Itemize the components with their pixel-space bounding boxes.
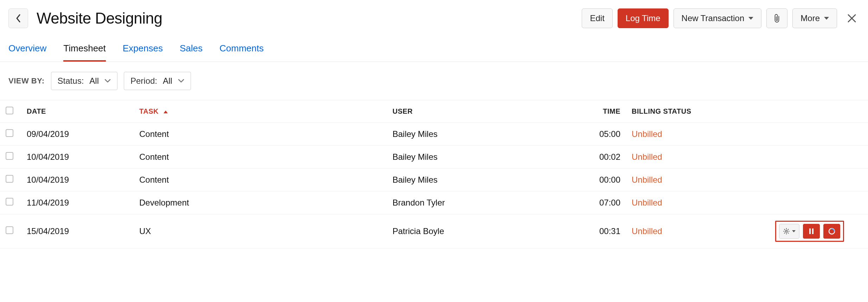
chevron-left-icon bbox=[15, 14, 21, 23]
billing-status: Unbilled bbox=[632, 175, 662, 184]
tab-sales[interactable]: Sales bbox=[180, 43, 203, 62]
chevron-down-icon bbox=[104, 79, 111, 83]
column-header-user[interactable]: USER bbox=[387, 100, 577, 123]
chevron-down-icon bbox=[178, 79, 184, 83]
column-header-actions bbox=[770, 100, 868, 123]
row-settings-button[interactable] bbox=[779, 224, 799, 239]
period-filter[interactable]: Period: All bbox=[124, 72, 191, 90]
more-label: More bbox=[800, 13, 820, 23]
cell-user: Bailey Miles bbox=[387, 146, 577, 169]
svg-point-0 bbox=[785, 230, 787, 232]
select-all-checkbox[interactable] bbox=[6, 107, 13, 114]
billing-status: Unbilled bbox=[632, 129, 662, 139]
timesheet-table: DATE TASK USER TIME BILLING STATUS 09/04… bbox=[0, 100, 868, 248]
back-button[interactable] bbox=[8, 8, 28, 28]
log-time-button[interactable]: Log Time bbox=[618, 8, 669, 28]
cell-date: 15/04/2019 bbox=[21, 214, 134, 248]
header-actions: Edit Log Time New Transaction More bbox=[582, 8, 860, 28]
new-transaction-label: New Transaction bbox=[682, 13, 745, 23]
billing-status: Unbilled bbox=[632, 198, 662, 207]
cell-time: 00:02 bbox=[577, 146, 626, 169]
new-transaction-button[interactable]: New Transaction bbox=[674, 8, 762, 28]
cell-user: Bailey Miles bbox=[387, 123, 577, 146]
stop-icon bbox=[828, 228, 835, 235]
status-filter[interactable]: Status: All bbox=[51, 72, 117, 90]
cell-date: 10/04/2019 bbox=[21, 169, 134, 191]
cell-user: Bailey Miles bbox=[387, 169, 577, 191]
tabs: Overview Timesheet Expenses Sales Commen… bbox=[0, 34, 868, 62]
row-checkbox[interactable] bbox=[6, 175, 13, 183]
billing-status: Unbilled bbox=[632, 152, 662, 162]
tab-comments[interactable]: Comments bbox=[219, 43, 264, 62]
filter-bar: VIEW BY: Status: All Period: All bbox=[0, 62, 868, 100]
row-checkbox[interactable] bbox=[6, 226, 13, 234]
cell-task: Content bbox=[134, 146, 387, 169]
chevron-down-icon bbox=[748, 17, 753, 20]
cell-task: Content bbox=[134, 123, 387, 146]
row-actions bbox=[775, 221, 844, 242]
close-button[interactable] bbox=[844, 11, 860, 26]
cell-date: 09/04/2019 bbox=[21, 123, 134, 146]
close-icon bbox=[847, 13, 857, 23]
status-filter-label: Status: bbox=[58, 76, 84, 86]
cell-user: Patricia Boyle bbox=[387, 214, 577, 248]
cell-time: 00:00 bbox=[577, 169, 626, 191]
more-button[interactable]: More bbox=[792, 8, 837, 28]
column-header-time[interactable]: TIME bbox=[577, 100, 626, 123]
cell-user: Brandon Tyler bbox=[387, 191, 577, 214]
table-header-row: DATE TASK USER TIME BILLING STATUS bbox=[0, 100, 868, 123]
page-header: Website Designing Edit Log Time New Tran… bbox=[0, 0, 868, 34]
cell-date: 10/04/2019 bbox=[21, 146, 134, 169]
tab-overview[interactable]: Overview bbox=[8, 43, 46, 62]
table-row[interactable]: 10/04/2019ContentBailey Miles00:00Unbill… bbox=[0, 169, 868, 191]
billing-status: Unbilled bbox=[632, 226, 662, 236]
cell-task: Content bbox=[134, 169, 387, 191]
attachment-button[interactable] bbox=[766, 8, 787, 28]
status-filter-value: All bbox=[89, 76, 99, 86]
table-row[interactable]: 15/04/2019UXPatricia Boyle00:31Unbilled bbox=[0, 214, 868, 248]
view-by-label: VIEW BY: bbox=[8, 76, 45, 86]
stop-timer-button[interactable] bbox=[823, 224, 840, 239]
chevron-down-icon bbox=[824, 17, 829, 20]
period-filter-label: Period: bbox=[130, 76, 157, 86]
gear-icon bbox=[783, 228, 790, 235]
chevron-down-icon bbox=[792, 230, 796, 232]
row-checkbox[interactable] bbox=[6, 129, 13, 137]
pause-timer-button[interactable] bbox=[803, 224, 820, 239]
paperclip-icon bbox=[773, 14, 781, 23]
page-title: Website Designing bbox=[37, 10, 162, 27]
column-header-task-label: TASK bbox=[139, 107, 159, 115]
column-header-task[interactable]: TASK bbox=[134, 100, 387, 123]
cell-time: 07:00 bbox=[577, 191, 626, 214]
cell-task: UX bbox=[134, 214, 387, 248]
edit-button[interactable]: Edit bbox=[582, 8, 612, 28]
cell-task: Development bbox=[134, 191, 387, 214]
column-header-billing[interactable]: BILLING STATUS bbox=[626, 100, 770, 123]
tab-expenses[interactable]: Expenses bbox=[123, 43, 163, 62]
table-row[interactable]: 09/04/2019ContentBailey Miles05:00Unbill… bbox=[0, 123, 868, 146]
row-checkbox[interactable] bbox=[6, 198, 13, 206]
cell-date: 11/04/2019 bbox=[21, 191, 134, 214]
period-filter-value: All bbox=[163, 76, 172, 86]
cell-time: 05:00 bbox=[577, 123, 626, 146]
pause-icon bbox=[809, 226, 814, 236]
cell-time: 00:31 bbox=[577, 214, 626, 248]
tab-timesheet[interactable]: Timesheet bbox=[63, 43, 106, 62]
table-row[interactable]: 11/04/2019DevelopmentBrandon Tyler07:00U… bbox=[0, 191, 868, 214]
table-row[interactable]: 10/04/2019ContentBailey Miles00:02Unbill… bbox=[0, 146, 868, 169]
column-header-date[interactable]: DATE bbox=[21, 100, 134, 123]
sort-ascending-icon bbox=[164, 111, 168, 113]
row-checkbox[interactable] bbox=[6, 152, 13, 160]
